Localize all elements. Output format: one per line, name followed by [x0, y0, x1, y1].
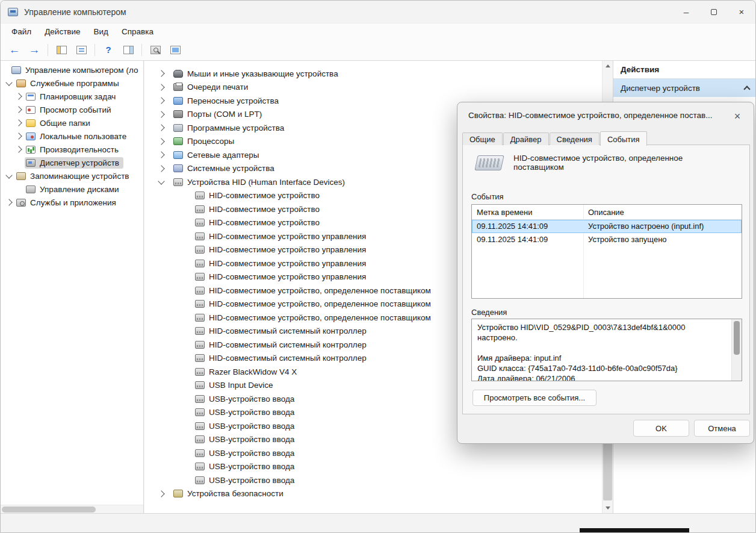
computer-icon [11, 66, 21, 74]
tree-chevron-icon[interactable] [158, 152, 164, 158]
horizontal-scrollbar[interactable] [1, 505, 143, 513]
maximize-button[interactable] [700, 1, 728, 23]
tree-chevron-icon[interactable] [5, 199, 12, 205]
title-bar: Управление компьютером – × [1, 1, 755, 23]
minimize-button[interactable]: – [672, 1, 700, 23]
tab-driver[interactable]: Драйвер [503, 132, 549, 145]
toolbar-separator [141, 44, 142, 56]
help-icon[interactable]: ? [99, 42, 117, 58]
events-tab-page: HID-совместимое устройство, определенное… [462, 145, 750, 414]
storage-icon [16, 172, 26, 180]
show-action-pane-icon[interactable] [119, 42, 137, 58]
view-all-events-button[interactable]: Просмотреть все события... [472, 390, 596, 406]
menu-help[interactable]: Справка [116, 25, 160, 38]
sidebar-item-device-manager[interactable]: Диспетчер устройств [1, 156, 143, 169]
hid-device-icon [474, 155, 504, 170]
close-button[interactable]: × [728, 1, 755, 23]
window-title: Управление компьютером [24, 7, 126, 17]
sidebar-item-disk-management[interactable]: Управление дисками [1, 182, 143, 196]
dialog-close-button[interactable]: × [728, 108, 746, 125]
tree-chevron-icon[interactable] [158, 84, 164, 90]
portable-devices-icon [173, 97, 183, 105]
menu-file[interactable]: Файл [5, 25, 37, 38]
tree-chevron-icon[interactable] [158, 70, 164, 77]
tab-general[interactable]: Общие [462, 132, 503, 145]
tree-chevron-icon[interactable] [5, 79, 12, 86]
tree-chevron-icon[interactable] [158, 125, 164, 131]
details-scrollbar-thumb[interactable] [734, 321, 740, 355]
sidebar-item-local-users[interactable]: Локальные пользовате [1, 129, 143, 143]
sidebar-item-task-scheduler[interactable]: Планировщик задач [1, 90, 143, 103]
horizontal-scrollbar-thumb[interactable] [2, 507, 96, 513]
device-name: HID-совместимое устройство, определенное… [513, 154, 730, 172]
tree-chevron-icon[interactable] [158, 98, 164, 104]
tree-chevron-icon[interactable] [158, 490, 164, 497]
sidebar-item-system-tools[interactable]: Служебные программы [1, 76, 143, 90]
sidebar-item-storage[interactable]: Запоминающие устройств [1, 169, 143, 182]
services-icon [16, 199, 26, 207]
remote-computer-icon[interactable] [166, 42, 184, 58]
details-scrollbar[interactable] [731, 319, 742, 381]
sidebar-item-services-apps[interactable]: Службы и приложения [1, 196, 143, 209]
tree-chevron-icon[interactable] [158, 111, 164, 117]
sidebar-item-shared-folders[interactable]: Общие папки [1, 116, 143, 129]
hid-device-icon [195, 232, 205, 240]
hid-device-icon [195, 368, 205, 376]
tree-chevron-icon[interactable] [158, 165, 164, 172]
hid-device-icon [195, 435, 205, 443]
device-tree-item[interactable]: Мыши и иные указывающие устройства [144, 67, 612, 81]
tree-chevron-icon[interactable] [158, 178, 164, 185]
back-icon[interactable]: ← [5, 42, 23, 58]
properties-icon[interactable] [72, 42, 90, 58]
hid-device-icon [195, 449, 205, 457]
scroll-up-icon[interactable] [603, 61, 612, 71]
scroll-down-icon[interactable] [603, 503, 612, 513]
toolbar-separator [48, 44, 48, 56]
task-scheduler-icon [26, 93, 36, 101]
processors-icon [173, 137, 183, 145]
sidebar-item-event-viewer[interactable]: Просмотр событий [1, 103, 143, 116]
tree-chevron-icon[interactable] [15, 93, 22, 99]
sidebar-item-computer-management[interactable]: Управление компьютером (ло [1, 63, 143, 76]
hid-device-icon [195, 476, 205, 484]
tab-events[interactable]: События [600, 131, 647, 146]
bottom-artifact [580, 528, 689, 533]
device-tree-item[interactable]: Очереди печати [144, 81, 612, 95]
tree-chevron-icon[interactable] [5, 172, 12, 178]
event-timestamp: 09.11.2025 14:41:09 [472, 220, 583, 233]
event-row[interactable]: 09.11.2025 14:41:09 Устройство настроено… [472, 220, 742, 233]
device-tree-item[interactable]: Устройства безопасности [144, 487, 612, 501]
hid-device-icon [195, 327, 205, 335]
hid-device-icon [195, 354, 205, 362]
device-manager-icon [26, 159, 36, 167]
collapse-chevron-icon[interactable] [743, 86, 750, 92]
forward-icon[interactable]: → [25, 42, 43, 58]
tree-chevron-icon[interactable] [15, 146, 22, 152]
tree-chevron-icon[interactable] [15, 119, 22, 126]
column-header-timestamp[interactable]: Метка времени [472, 205, 583, 219]
device-tree-item[interactable]: USB-устройство ввода [144, 473, 612, 487]
app-icon [8, 8, 18, 16]
system-tools-icon [16, 79, 26, 87]
sidebar-item-performance[interactable]: Производительность [1, 143, 143, 156]
tree-chevron-icon[interactable] [15, 106, 22, 113]
show-console-tree-icon[interactable] [52, 42, 70, 58]
tab-details[interactable]: Сведения [550, 132, 600, 145]
device-tree-item[interactable]: USB-устройство ввода [144, 460, 612, 474]
tree-chevron-icon[interactable] [158, 138, 164, 145]
hid-device-icon [195, 314, 205, 322]
menu-action[interactable]: Действие [39, 25, 86, 38]
hid-device-icon [195, 273, 205, 281]
local-users-icon [26, 132, 36, 140]
tree-chevron-icon[interactable] [15, 132, 22, 139]
column-header-description[interactable]: Описание [583, 205, 742, 219]
hid-device-icon [195, 422, 205, 430]
device-tree-item[interactable]: USB-устройство ввода [144, 446, 612, 460]
event-row[interactable]: 09.11.2025 14:41:09 Устройство запущено [472, 233, 742, 246]
menu-view[interactable]: Вид [88, 25, 114, 38]
ok-button[interactable]: OK [633, 420, 689, 437]
cancel-button[interactable]: Отмена [694, 420, 750, 437]
actions-item-device-manager[interactable]: Диспетчер устройств [613, 79, 756, 97]
scan-hardware-changes-icon[interactable] [146, 42, 164, 58]
properties-dialog: Свойства: HID-совместимое устройство, оп… [457, 102, 754, 444]
